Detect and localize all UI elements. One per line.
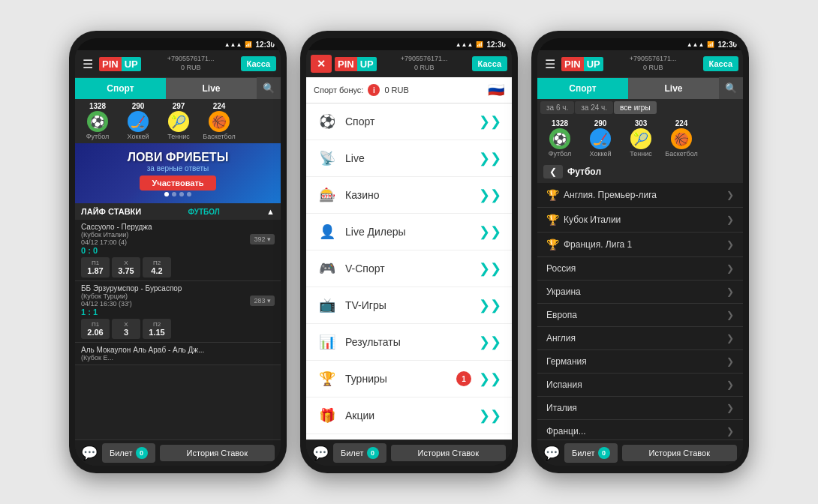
phone-3: ▲▲▲ 📶 12:30 ☰ PIN UP +7905576171... 0 RU…	[531, 31, 749, 473]
sport-basketball-3[interactable]: 224 🏀 Баскетбол	[662, 118, 701, 159]
menu-item-tvgames[interactable]: 📺 TV-Игры ❯❯	[306, 287, 512, 324]
live-menu-label: Live	[345, 152, 471, 164]
arrow-icon-5: ❯❯	[479, 297, 501, 314]
trophy-0: 🏆	[546, 189, 559, 201]
menu-item-live-dealers[interactable]: 👤 Live Дилеры ❯❯	[306, 214, 512, 250]
sport-menu-icon: ⚽	[317, 111, 338, 132]
ticket-button-3[interactable]: Билет 0	[564, 443, 618, 463]
sport-hockey[interactable]: 290 🏒 Хоккей	[119, 100, 158, 142]
menu-item-promo[interactable]: 🎁 Акции ❯❯	[306, 398, 512, 434]
menu-item-tournaments[interactable]: 🏆 Турниры 1 ❯❯	[306, 361, 512, 398]
cat-item-10[interactable]: Франци... ❯	[537, 420, 743, 440]
tab-sport-3[interactable]: Спорт	[537, 78, 628, 99]
odd-p1-2[interactable]: П1 2.06	[81, 319, 110, 339]
menu-button-3[interactable]: ☰	[542, 56, 558, 73]
sport-hockey-3[interactable]: 290 🏒 Хоккей	[581, 118, 620, 159]
odd-x[interactable]: X 3.75	[112, 257, 140, 278]
match-1-header: Сассуоло - Перуджа (Кубок Италии) 04/12 …	[81, 223, 275, 255]
cat-item-7[interactable]: Германия ❯	[537, 350, 743, 374]
sub-tab-6h[interactable]: за 6 ч.	[540, 101, 574, 114]
match-item-1[interactable]: Сассуоло - Перуджа (Кубок Италии) 04/12 …	[75, 220, 281, 281]
hockey-count-3: 290	[594, 119, 607, 128]
menu-item-sport[interactable]: ⚽ Спорт ❯❯	[306, 104, 512, 140]
close-button[interactable]: ✕	[311, 55, 332, 73]
tab-live[interactable]: Live	[166, 78, 257, 99]
logo-2: PIN UP	[335, 57, 377, 71]
sub-tab-all[interactable]: все игры	[614, 101, 657, 114]
kassa-button-3[interactable]: Касса	[703, 56, 738, 71]
match-1-num: 392 ▾	[250, 234, 275, 244]
sub-tab-24h[interactable]: за 24 ч.	[575, 101, 613, 114]
match-3-cup: (Кубок Е...	[81, 354, 275, 362]
basketball-count-3: 224	[675, 119, 688, 128]
match-1-date: 04/12 17:00 (4)	[81, 238, 152, 246]
odd-p1[interactable]: П1 1.87	[81, 257, 110, 278]
banner-button[interactable]: Участвовать	[140, 176, 215, 190]
ticket-button-2[interactable]: Билет 0	[333, 443, 386, 463]
time-display-3: 12:30	[717, 40, 737, 49]
cat-item-6[interactable]: Англия ❯	[537, 327, 743, 350]
cat-item-1[interactable]: 🏆 Кубок Италии ❯	[537, 208, 743, 232]
chat-button-3[interactable]: 💬	[543, 445, 560, 461]
promo-banner[interactable]: ЛОВИ ФРИБЕТЫ за верные ответы Участвоват…	[75, 143, 281, 203]
cat-item-9[interactable]: Италия ❯	[537, 397, 743, 420]
kassa-button[interactable]: Касса	[241, 56, 276, 71]
sport-tennis-3[interactable]: 303 🎾 Теннис	[621, 118, 660, 159]
history-button-2[interactable]: История Ставок	[391, 445, 506, 461]
sport-football[interactable]: 1328 ⚽ Футбол	[78, 100, 117, 142]
ticket-button[interactable]: Билет 0	[102, 443, 155, 463]
menu-item-live[interactable]: 📡 Live ❯❯	[306, 140, 512, 177]
live-menu-icon: 📡	[317, 148, 338, 169]
categories-list: 🏆 Англия. Премьер-лига ❯ 🏆 Кубок Италии …	[537, 183, 743, 440]
trophy-1: 🏆	[546, 214, 559, 226]
tab-live-3[interactable]: Live	[628, 78, 719, 99]
chat-button-2[interactable]: 💬	[312, 445, 329, 461]
match-1-cup: (Кубок Италии)	[81, 231, 152, 238]
odd-p2[interactable]: П2 4.2	[143, 257, 171, 278]
match-2-num: 283 ▾	[250, 296, 275, 306]
back-button[interactable]: ❮	[543, 165, 563, 178]
chat-button[interactable]: 💬	[81, 445, 98, 461]
flag-icon: 🇷🇺	[488, 82, 504, 98]
sport-tennis[interactable]: 297 🎾 Теннис	[159, 100, 198, 142]
cat-item-0[interactable]: 🏆 Англия. Премьер-лига ❯	[537, 183, 743, 208]
cat-item-4[interactable]: Украина ❯	[537, 280, 743, 304]
search-button-3[interactable]: 🔍	[719, 77, 743, 99]
search-button[interactable]: 🔍	[257, 77, 281, 99]
cat-header: ❮ Футбол	[537, 160, 743, 183]
sport-football-3[interactable]: 1328 ⚽ Футбол	[540, 118, 579, 159]
logo-up-3: UP	[584, 57, 603, 71]
match-2-cup: (Кубок Турции)	[81, 292, 182, 300]
cat-item-2[interactable]: 🏆 Франция. Лига 1 ❯	[537, 232, 743, 257]
tournaments-badge: 1	[456, 371, 471, 386]
status-bar-1: ▲▲▲ 📶 12:30	[75, 38, 281, 50]
kassa-button-2[interactable]: Касса	[472, 56, 507, 71]
history-button-3[interactable]: История Ставок	[622, 445, 737, 461]
match-item-2[interactable]: ББ Эрзурумспор - Бурсаспор (Кубок Турции…	[75, 281, 281, 343]
menu-item-results[interactable]: 📊 Результаты ❯❯	[306, 324, 512, 361]
match-item-3[interactable]: Аль Мокаулон Аль Араб - Аль Дж... (Кубок…	[75, 343, 281, 365]
menu-item-casino[interactable]: 🎰 Казино ❯❯	[306, 177, 512, 214]
tab-sport[interactable]: Спорт	[75, 78, 166, 99]
promo-icon: 🎁	[317, 405, 338, 426]
menu-button[interactable]: ☰	[80, 56, 96, 73]
sub-tabs-3: за 6 ч. за 24 ч. все игры	[537, 99, 743, 116]
menu-item-profile[interactable]: 👤 Профиль ❯❯	[306, 434, 512, 440]
ticket-badge-3: 0	[598, 447, 610, 459]
menu-item-vsport[interactable]: 🎮 V-Спорт ❯❯	[306, 250, 512, 287]
odd-p2-2[interactable]: П2 1.15	[143, 319, 171, 339]
history-button[interactable]: История Ставок	[160, 445, 275, 461]
odd-x-2[interactable]: X 3	[112, 319, 140, 339]
header-phone-3: +7905576171... 0 RUB	[606, 55, 700, 72]
signal-icon-3: ▲▲▲	[687, 41, 705, 48]
cat-item-5[interactable]: Европа ❯	[537, 304, 743, 327]
sport-basketball[interactable]: 224 🏀 Баскетбол	[200, 100, 239, 142]
cat-item-8[interactable]: Испания ❯	[537, 374, 743, 397]
cat-item-3[interactable]: Россия ❯	[537, 257, 743, 280]
logo-pin-3: PIN	[561, 57, 584, 71]
sport-counts-1: 1328 ⚽ Футбол 290 🏒 Хоккей 297 🎾 Теннис …	[75, 99, 281, 143]
logo-pin: PIN	[99, 57, 122, 71]
bonus-bar: Спорт бонус: i 0 RUB 🇷🇺	[306, 77, 512, 104]
dot-4	[187, 192, 191, 196]
match-2-date: 04/12 16:30 (33')	[81, 300, 182, 308]
